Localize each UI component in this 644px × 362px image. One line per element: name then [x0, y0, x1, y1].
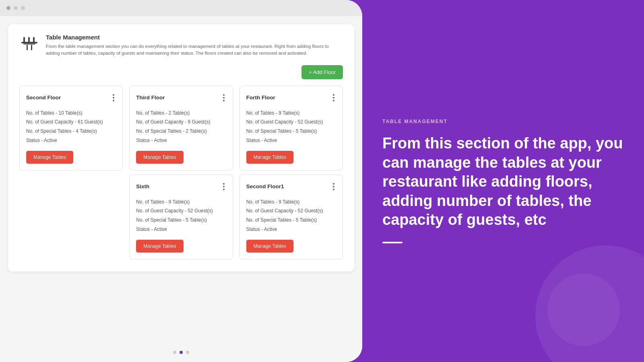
guest-cap-second1: No. of Guest Capacity - 52 Guest(s) [246, 206, 336, 216]
floor-card-header-second: Second Floor [26, 93, 116, 103]
status-second: Status - Active [26, 136, 116, 145]
dot3 [223, 100, 225, 101]
floor-menu-third[interactable] [221, 93, 226, 103]
manage-tables-button-forth[interactable]: Manage Tables [246, 151, 293, 164]
floor-menu-sixth[interactable] [221, 181, 226, 192]
guest-cap-forth: No. of Guest Capacity - 52 Guest(s) [246, 117, 336, 127]
dot2 [223, 97, 225, 99]
dot3 [113, 100, 114, 101]
floor-info-third: No. of Tables - 2 Table(s) No. of Guest … [136, 109, 226, 145]
manage-tables-button-third[interactable]: Manage Tables [136, 151, 183, 164]
dot2 [333, 97, 334, 99]
app-container: Table Management From the table manageme… [0, 16, 362, 362]
special-tables-second: No. of Special Tables - 4 Table(s) [26, 127, 116, 136]
header-section: Table Management From the table manageme… [19, 34, 343, 64]
dot2 [223, 186, 225, 187]
dot1 [333, 94, 334, 96]
right-divider [382, 242, 402, 243]
floor-name-second: Second Floor [26, 95, 61, 101]
floors-grid-row2: Sixth No. of Tables - 9 Table(s) No. of … [19, 175, 343, 263]
floor-name-sixth: Sixth [136, 183, 149, 189]
floor-card-forth: Forth Floor No. of Tables - 9 Table(s) N… [239, 86, 343, 171]
browser-dot-1 [6, 6, 10, 10]
floor-info-second1: No. of Tables - 9 Table(s) No. of Guest … [246, 197, 336, 234]
guest-cap-third: No. of Guest Capacity - 9 Guest(s) [136, 117, 226, 127]
dot3 [333, 100, 334, 101]
dot1 [223, 183, 225, 185]
dot1 [113, 94, 114, 96]
left-panel: Table Management From the table manageme… [0, 0, 362, 362]
floor-card-sixth: Sixth No. of Tables - 9 Table(s) No. of … [129, 175, 233, 259]
floor-card-header-sixth: Sixth [136, 181, 226, 192]
floor-menu-second[interactable] [111, 93, 116, 103]
right-heading: From this section of the app, you can ma… [382, 134, 624, 230]
special-tables-third: No. of Special Tables - 2 Table(s) [136, 127, 226, 136]
browser-chrome [0, 0, 362, 16]
right-tag: TABLE MANAGEMENT [382, 119, 624, 124]
status-second1: Status - Active [246, 225, 336, 234]
floor-card-second1: Second Floor1 No. of Tables - 9 Table(s)… [239, 175, 343, 259]
guest-cap-sixth: No. of Guest Capacity - 52 Guest(s) [136, 206, 226, 216]
svg-rect-6 [31, 45, 32, 50]
floor-card-header-second1: Second Floor1 [246, 181, 336, 192]
svg-rect-4 [23, 43, 35, 45]
dot3 [333, 189, 334, 190]
tables-count-forth: No. of Tables - 9 Table(s) [246, 109, 336, 118]
browser-dot-3 [21, 6, 25, 10]
svg-rect-3 [33, 37, 35, 43]
svg-rect-2 [28, 37, 30, 43]
page-description: From the table management section you ca… [46, 43, 343, 57]
floor-card-header-third: Third Floor [136, 93, 226, 103]
floor-menu-second1[interactable] [331, 181, 336, 192]
tables-count-third: No. of Tables - 2 Table(s) [136, 109, 226, 118]
scroll-dot-2 [180, 351, 183, 354]
dot1 [223, 94, 225, 96]
scroll-indicator [173, 351, 189, 354]
floor-name-second1: Second Floor1 [246, 183, 284, 189]
manage-tables-button-sixth[interactable]: Manage Tables [136, 240, 183, 253]
floor-name-third: Third Floor [136, 95, 165, 101]
right-panel: TABLE MANAGEMENT From this section of th… [362, 0, 644, 362]
special-tables-sixth: No. of Special Tables - 5 Table(s) [136, 216, 226, 225]
header-text-group: Table Management From the table manageme… [46, 34, 343, 57]
tables-count-sixth: No. of Tables - 9 Table(s) [136, 197, 226, 207]
status-third: Status - Active [136, 136, 226, 145]
dot3 [223, 189, 225, 190]
page-title: Table Management [46, 34, 343, 41]
tables-count-second1: No. of Tables - 9 Table(s) [246, 197, 336, 207]
dot2 [113, 97, 114, 99]
svg-rect-1 [23, 37, 25, 43]
floor-card-second: Second Floor No. of Tables - 10 Table(s)… [19, 86, 123, 171]
floor-card-header-forth: Forth Floor [246, 93, 336, 103]
dot2 [333, 186, 334, 187]
svg-rect-5 [27, 45, 28, 50]
scroll-dot-1 [173, 351, 176, 354]
table-management-icon [19, 34, 39, 54]
browser-dot-2 [14, 6, 18, 10]
add-floor-row: + Add Floor [19, 64, 343, 79]
status-forth: Status - Active [246, 136, 336, 145]
floor-info-forth: No. of Tables - 9 Table(s) No. of Guest … [246, 109, 336, 145]
floor-menu-forth[interactable] [331, 93, 336, 103]
scroll-dot-3 [186, 351, 189, 354]
status-sixth: Status - Active [136, 225, 226, 234]
guest-cap-second: No. of Guest Capacity - 61 Guest(s) [26, 117, 116, 127]
dot1 [333, 183, 334, 185]
floor-name-forth: Forth Floor [246, 95, 275, 101]
tables-count-second: No. of Tables - 10 Table(s) [26, 109, 116, 118]
floor-info-second: No. of Tables - 10 Table(s) No. of Guest… [26, 109, 116, 145]
manage-tables-button-second[interactable]: Manage Tables [26, 151, 73, 164]
manage-tables-button-second1[interactable]: Manage Tables [246, 240, 293, 253]
floor-card-third: Third Floor No. of Tables - 2 Table(s) N… [129, 86, 233, 171]
add-floor-button[interactable]: + Add Floor [301, 65, 343, 79]
floors-grid-row1: Second Floor No. of Tables - 10 Table(s)… [19, 86, 343, 175]
special-tables-forth: No. of Special Tables - 5 Table(s) [246, 127, 336, 136]
special-tables-second1: No. of Special Tables - 5 Table(s) [246, 216, 336, 225]
main-card: Table Management From the table manageme… [8, 24, 354, 272]
floor-info-sixth: No. of Tables - 9 Table(s) No. of Guest … [136, 197, 226, 234]
